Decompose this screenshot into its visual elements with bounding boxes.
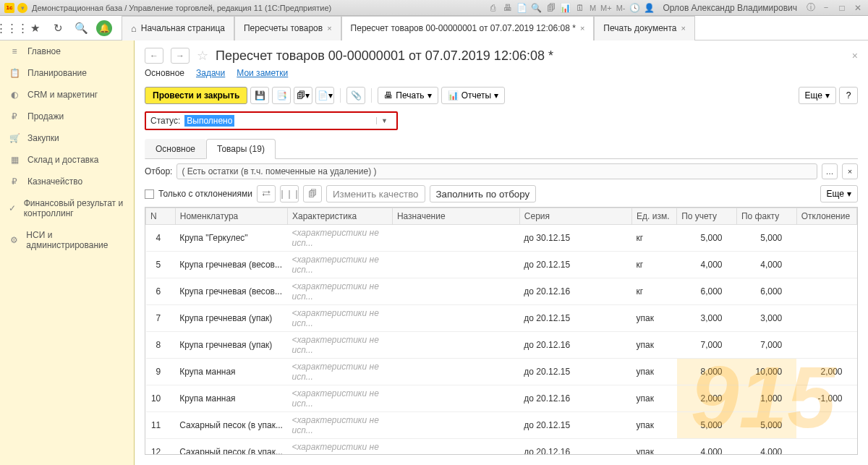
column-header[interactable]: Отклонение bbox=[796, 208, 856, 225]
sidebar-item[interactable]: ◐CRM и маркетинг bbox=[0, 84, 134, 106]
status-value: Выполнено bbox=[184, 115, 234, 127]
sidebar-icon: ◐ bbox=[9, 90, 20, 100]
table-row[interactable]: 10Крупа манная<характеристики не исп...д… bbox=[146, 385, 857, 412]
window-tab[interactable]: Пересчеты товаров× bbox=[234, 16, 341, 40]
app-menu-dropdown[interactable]: ▾ bbox=[17, 3, 27, 13]
close-document-button[interactable]: × bbox=[852, 50, 858, 61]
only-deviations-checkbox[interactable] bbox=[145, 189, 154, 199]
tab-close-icon[interactable]: × bbox=[681, 24, 685, 33]
save-button[interactable]: 💾 bbox=[250, 87, 269, 104]
history-icon[interactable]: ↻ bbox=[46, 16, 69, 40]
document-title: Пересчет товаров 00-00000001 от 07.07.20… bbox=[216, 48, 553, 64]
favorite-star-icon[interactable]: ☆ bbox=[197, 48, 208, 64]
sidebar-icon: ▦ bbox=[9, 155, 20, 165]
info-icon[interactable]: ⓘ bbox=[806, 3, 816, 13]
app-logo-icon: 1c bbox=[4, 3, 14, 13]
notifications[interactable]: 🔔 bbox=[93, 16, 116, 40]
subtab-tasks[interactable]: Задачи bbox=[196, 68, 225, 78]
change-quality-button[interactable]: Изменить качество bbox=[326, 185, 425, 202]
column-header[interactable]: Ед. изм. bbox=[632, 208, 677, 225]
tab-close-icon[interactable]: × bbox=[580, 24, 584, 33]
reports-button[interactable]: 📊 Отчеты ▾ bbox=[441, 87, 505, 104]
window-maximize[interactable]: □ bbox=[836, 3, 848, 13]
table-more-button[interactable]: Еще ▾ bbox=[820, 185, 858, 202]
fill-by-filter-button[interactable]: Заполнить по отбору bbox=[430, 185, 537, 202]
create-based-button[interactable]: 📄▾ bbox=[315, 87, 334, 104]
sidebar-item[interactable]: ≡Главное bbox=[0, 40, 134, 62]
user-icon[interactable]: 👤 bbox=[644, 3, 654, 13]
column-header[interactable]: По факту bbox=[736, 208, 796, 225]
column-header[interactable]: Характеристика bbox=[287, 208, 392, 225]
window-tab[interactable]: Пересчет товаров 00-00000001 от 07.07.20… bbox=[341, 16, 595, 40]
inner-tab-main[interactable]: Основное bbox=[145, 139, 206, 159]
filter-label: Отбор: bbox=[145, 166, 172, 176]
subtab-notes[interactable]: Мои заметки bbox=[237, 68, 288, 78]
column-header[interactable]: Назначение bbox=[392, 208, 519, 225]
goods-table-wrapper: NНоменклатураХарактеристикаНазначениеСер… bbox=[145, 207, 858, 455]
toolbar-icon[interactable]: ⎙ bbox=[488, 3, 498, 13]
tab-close-icon[interactable]: × bbox=[327, 24, 331, 33]
search-icon[interactable]: 🔍 bbox=[69, 16, 93, 40]
subtab-main[interactable]: Основное bbox=[145, 68, 184, 78]
sidebar-item[interactable]: ✓Финансовый результат и контроллинг bbox=[0, 192, 134, 224]
sidebar-item[interactable]: 📋Планирование bbox=[0, 62, 134, 84]
more-button[interactable]: Еще ▾ bbox=[799, 87, 836, 104]
table-row[interactable]: 6Крупа гречневая (весов...<характеристик… bbox=[146, 278, 857, 305]
filter-clear-button[interactable]: × bbox=[842, 163, 858, 179]
sidebar-item[interactable]: ⚙НСИ и администрирование bbox=[0, 224, 134, 256]
goods-table[interactable]: NНоменклатураХарактеристикаНазначениеСер… bbox=[145, 208, 857, 455]
sidebar-item[interactable]: ▦Склад и доставка bbox=[0, 149, 134, 171]
table-row[interactable]: 4Крупа "Геркулес"<характеристики не исп.… bbox=[146, 225, 857, 252]
share-icon-button[interactable]: ⮂ bbox=[257, 185, 276, 202]
star-icon[interactable]: ★ bbox=[23, 16, 46, 40]
toolbar-icon[interactable]: 📊 bbox=[561, 3, 571, 13]
toolbar-icon[interactable]: 🔍 bbox=[532, 3, 542, 13]
clock-icon[interactable]: 🕓 bbox=[629, 3, 639, 13]
status-dropdown[interactable]: Выполнено ▼ bbox=[184, 115, 392, 127]
chevron-down-icon[interactable]: ▼ bbox=[376, 117, 392, 124]
table-row[interactable]: 12Сахарный песок (в упак...<характеристи… bbox=[146, 439, 857, 456]
column-header[interactable]: Серия bbox=[519, 208, 631, 225]
filter-value[interactable]: ( Есть остатки (в т.ч. помеченные на уда… bbox=[176, 163, 817, 179]
table-row[interactable]: 8Крупа гречневая (упак)<характеристики н… bbox=[146, 332, 857, 359]
window-tab[interactable]: ⌂Начальная страница bbox=[122, 16, 234, 40]
filter-ellipsis-button[interactable]: … bbox=[822, 163, 838, 179]
sidebar-icon: ✓ bbox=[9, 203, 17, 213]
column-header[interactable]: N bbox=[146, 208, 176, 225]
post-button[interactable]: 📑 bbox=[272, 87, 291, 104]
table-row[interactable]: 9Крупа манная<характеристики не исп...до… bbox=[146, 359, 857, 385]
nav-back-button[interactable]: ← bbox=[145, 48, 163, 64]
sidebar-icon: ₽ bbox=[9, 111, 20, 121]
toolbar-icon[interactable]: 🗐 bbox=[546, 3, 556, 13]
help-button[interactable]: ? bbox=[839, 87, 858, 104]
m-minus-button[interactable]: M- bbox=[616, 4, 626, 12]
table-row[interactable]: 7Крупа гречневая (упак)<характеристики н… bbox=[146, 305, 857, 332]
window-minimize[interactable]: － bbox=[820, 3, 832, 13]
post-and-close-button[interactable]: Провести и закрыть bbox=[145, 87, 247, 104]
copy-dropdown-button[interactable]: 🗐▾ bbox=[294, 87, 312, 104]
status-label: Статус: bbox=[150, 116, 180, 126]
attach-button[interactable]: 📎 bbox=[346, 87, 365, 104]
print-button[interactable]: 🖶 Печать ▾ bbox=[378, 87, 438, 104]
sidebar-icon: ₽ bbox=[9, 176, 20, 187]
m-button[interactable]: M bbox=[590, 4, 596, 12]
toolbar-icon[interactable]: 🖶 bbox=[503, 3, 513, 13]
table-row[interactable]: 11Сахарный песок (в упак...<характеристи… bbox=[146, 412, 857, 439]
inner-tab-goods[interactable]: Товары (19) bbox=[206, 139, 276, 159]
window-close[interactable]: ✕ bbox=[852, 3, 864, 13]
barcode-icon-button[interactable]: ❘❘❘ bbox=[280, 185, 299, 202]
m-plus-button[interactable]: M+ bbox=[600, 4, 612, 12]
toolbar-icon[interactable]: 📄 bbox=[517, 3, 527, 13]
window-tab[interactable]: Печать документа× bbox=[594, 16, 695, 40]
column-header[interactable]: Номенклатура bbox=[175, 208, 287, 225]
column-header[interactable]: По учету bbox=[677, 208, 737, 225]
copy-rows-button[interactable]: 🗐 bbox=[303, 185, 322, 202]
sidebar-icon: 🛒 bbox=[9, 133, 20, 143]
sidebar-item[interactable]: ₽Продажи bbox=[0, 106, 134, 127]
table-row[interactable]: 5Крупа гречневая (весов...<характеристик… bbox=[146, 252, 857, 278]
sidebar-item[interactable]: 🛒Закупки bbox=[0, 127, 134, 149]
apps-icon[interactable]: ⋮⋮⋮ bbox=[0, 16, 23, 40]
sidebar-item[interactable]: ₽Казначейство bbox=[0, 171, 134, 192]
toolbar-icon[interactable]: 🗓 bbox=[575, 3, 585, 13]
nav-forward-button[interactable]: → bbox=[171, 48, 190, 64]
